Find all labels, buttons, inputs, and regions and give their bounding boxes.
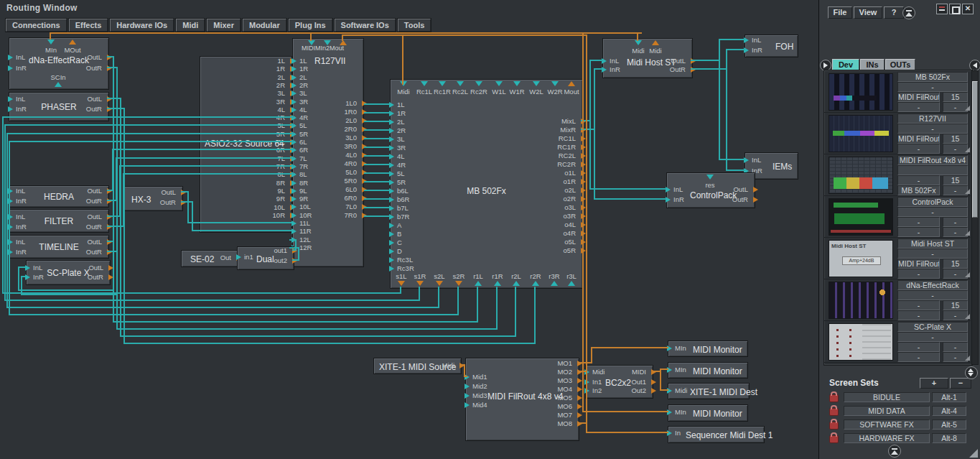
node-hedra[interactable]: HEDRAInLInROutLOutR [9,185,109,208]
device-name-field[interactable]: dNa-EffectRack [897,280,968,290]
device-thumbnail[interactable]: Midi Host STAmp+24dB [829,240,893,277]
port-out-icon[interactable] [340,40,347,45]
lock-icon[interactable] [829,435,839,443]
device-field[interactable]: - [897,175,940,185]
port-in-icon[interactable] [495,81,503,86]
screen-set-name[interactable]: SOFTWARE FX [844,419,930,430]
port-out-icon[interactable] [69,40,76,45]
node-midi-monitor-1[interactable]: MIDI MonitorMIn [668,340,748,357]
device-field[interactable]: - [897,332,968,342]
port-in-icon[interactable] [389,257,394,263]
maximize-button[interactable] [949,4,961,14]
device-field[interactable]: MIDI FilRout [897,134,940,144]
port-in-icon[interactable] [291,228,297,234]
device-field[interactable]: MIDI FilRout [897,259,940,269]
node-sc-plate-x[interactable]: SC-Plate XInLInROutLOutR [26,260,111,285]
tab-ins[interactable]: INs [860,59,885,70]
port-in-icon[interactable] [324,40,331,45]
port-in-icon[interactable] [389,231,394,237]
device-thumbnail[interactable] [829,157,893,194]
node-mb-502fx[interactable]: MB 502Fx1L1R2L2R3L3R4L4R5L5Rb6Lb6Rb7Lb7R… [390,79,583,289]
port-in-icon[interactable] [400,81,407,86]
port-in-icon[interactable] [421,81,428,86]
device-field[interactable]: MB 502Fx [897,185,940,195]
port-in-icon[interactable] [291,91,297,96]
scrollbar-thumb[interactable] [972,81,978,218]
device-row-5[interactable]: dNa-EffectRack--15-- [824,279,971,321]
port-in-icon[interactable] [494,281,501,286]
remove-screen-set-button[interactable]: − [950,378,971,389]
port-in-icon[interactable] [291,107,297,113]
port-in-icon[interactable] [55,82,62,87]
device-field[interactable]: - [943,227,968,237]
menu-effects[interactable]: Effects [69,19,108,32]
device-field[interactable]: - [943,269,968,279]
device-field[interactable]: - [897,124,968,134]
device-row-4[interactable]: Midi Host STAmp+24dBMidi Host ST-MIDI Fi… [824,237,971,279]
port-in-icon[interactable] [291,66,297,72]
node-midi-host-st[interactable]: Midi Host STInLInROutLOutRMidiMidi [602,38,693,78]
port-out-icon[interactable] [577,386,582,392]
menu-midi[interactable]: Midi [176,19,205,32]
device-thumbnail[interactable] [829,198,893,236]
resize-grip[interactable] [969,449,978,458]
routing-canvas[interactable]: Routing Window ConnectionsEffectsHardwar… [0,0,818,459]
port-in-icon[interactable] [439,81,446,86]
port-out-icon[interactable] [652,40,659,45]
device-row-3[interactable]: ControlPack----- [824,195,971,238]
node-r127vii[interactable]: R127VIIMIDIMIn2Mout1L1R2L2R3L3R4L4R5L5R6… [292,38,364,267]
port-in-icon[interactable] [291,221,297,226]
node-xite-midi-source[interactable]: XITE-1 MIDI SourceMidi [373,358,462,374]
close-button[interactable]: ✕ [962,4,974,14]
device-field[interactable]: - [897,352,940,362]
port-in-icon[interactable] [465,393,470,399]
expand-corner-icon[interactable] [965,147,970,152]
device-field[interactable]: - [897,249,968,259]
port-in-icon[interactable] [236,254,241,260]
node-midi-monitor-3[interactable]: MIDI MonitorMIn [668,404,748,422]
minimize-button[interactable] [936,4,948,14]
port-out-icon[interactable] [651,388,656,394]
port-out-icon[interactable] [577,412,582,418]
list-spinner-icon[interactable] [965,366,978,379]
tab-outs[interactable]: OUTs [885,59,915,70]
port-in-icon[interactable] [291,204,297,210]
device-field[interactable]: - [897,310,940,320]
port-in-icon[interactable] [568,281,575,286]
node-filter[interactable]: FILTERInLInROutLOutR [9,209,109,233]
port-in-icon[interactable] [389,223,394,228]
device-name-field[interactable]: R127VII [897,113,968,124]
node-sequencer-midi-dest[interactable]: Sequencer Midi Dest 1In [668,426,765,443]
port-in-icon[interactable] [8,55,13,60]
device-field[interactable]: 15 [943,92,968,102]
screen-set-hotkey[interactable]: Alt-8 [932,433,966,443]
device-row-0[interactable]: MB 502Fx-MIDI FilRout15-- [824,70,971,113]
port-out-icon[interactable] [568,81,575,86]
expand-corner-icon[interactable] [965,272,970,277]
port-in-icon[interactable] [513,81,521,86]
port-in-icon[interactable] [291,180,297,186]
help-menu-button[interactable]: ? [884,6,904,19]
device-field[interactable]: - [897,207,968,217]
port-in-icon[interactable] [308,40,315,45]
expand-corner-icon[interactable] [965,231,970,236]
port-in-icon[interactable] [475,281,482,286]
device-name-field[interactable]: Midi Host ST [897,238,968,249]
screen-set-name[interactable]: BIDULE [844,392,930,402]
port-in-icon[interactable] [551,81,559,86]
menu-connections[interactable]: Connections [6,19,67,32]
expand-corner-icon[interactable] [965,314,970,319]
device-field[interactable]: 15 [943,175,968,185]
device-name-field[interactable]: MIDI FilRout 4x8 v4 [897,155,968,165]
node-midi-monitor-2[interactable]: MIDI MonitorMIn [668,362,748,379]
device-field[interactable]: 15 [943,134,968,144]
node-xite-midi-dest[interactable]: XITE-1 MIDI DestMidi [668,383,750,399]
node-midi-filrout[interactable]: MIDI FilRout 4x8 v4Mid1Mid2Mid3Mid4MO1MO… [465,358,579,441]
device-field[interactable]: - [897,82,968,92]
port-in-icon[interactable] [8,96,13,102]
node-hx-3[interactable]: HX-3OutLOutR [123,186,183,211]
screen-set-hotkey[interactable]: Alt-5 [932,419,966,430]
port-out-icon[interactable] [651,379,656,385]
node-foh[interactable]: FOHInLInR [745,34,798,57]
screen-set-name[interactable]: HARDWARE FX [844,433,930,443]
